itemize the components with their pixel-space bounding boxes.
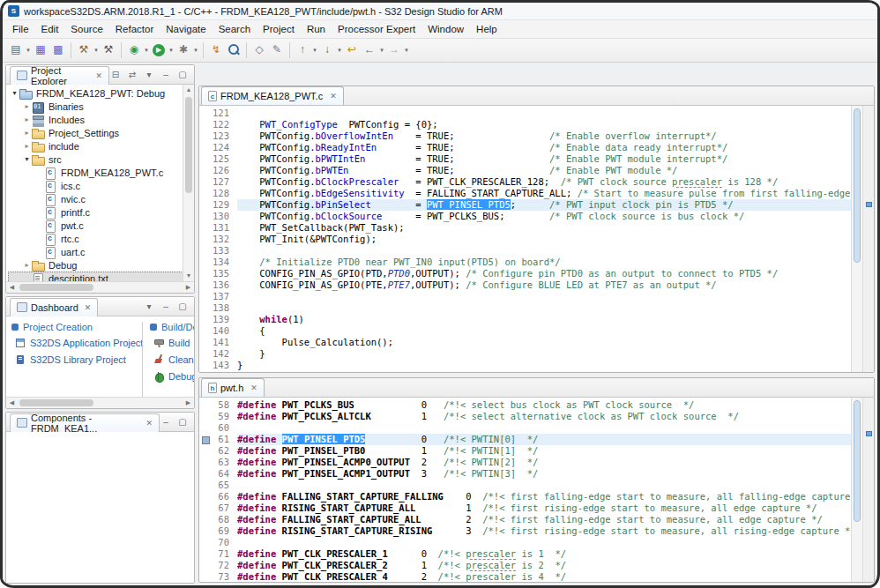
menu-item-run[interactable]: Run <box>301 22 332 36</box>
overview-ruler[interactable] <box>862 106 874 372</box>
maximize-icon[interactable]: ▢ <box>176 417 189 427</box>
tree-item-project-settings[interactable]: ▸Project_Settings <box>8 126 194 139</box>
tab-project-explorer[interactable]: Project Explorer ✕ <box>10 66 109 85</box>
menu-item-project[interactable]: Project <box>257 22 301 36</box>
back-button-dropdown-icon[interactable]: ▾ <box>378 47 385 54</box>
forward-button-dropdown-icon[interactable]: ▾ <box>403 47 410 54</box>
scroll-down-icon[interactable]: ▼ <box>183 271 194 281</box>
link-with-editor-icon[interactable]: ⇄ <box>126 70 138 79</box>
tree-item-printf-c[interactable]: printf.c <box>8 205 194 219</box>
dashboard-horizontal-scrollbar[interactable]: ◀ ▶ <box>6 397 194 408</box>
tree-item-binaries[interactable]: ▸Binaries <box>8 100 194 113</box>
view-menu-icon[interactable]: ▾ <box>143 301 155 311</box>
collapse-all-icon[interactable]: ⊟ <box>109 70 122 79</box>
tree-item-debug[interactable]: ▸Debug <box>8 258 194 272</box>
mark-occurrences-icon[interactable]: ✎ <box>268 41 286 59</box>
minimize-icon[interactable]: – <box>160 301 172 311</box>
forward-icon[interactable]: → <box>385 41 403 59</box>
tree-item-include[interactable]: ▸include <box>8 139 194 153</box>
view-menu-icon[interactable]: ▾ <box>143 70 155 79</box>
menu-item-file[interactable]: File <box>6 22 35 36</box>
chevron-expanded-icon[interactable]: ▾ <box>10 89 19 97</box>
tab-pwt-h[interactable]: h pwt.h ✕ <box>201 378 265 397</box>
tree-item-includes[interactable]: ▸Includes <box>8 113 194 126</box>
menu-item-navigate[interactable]: Navigate <box>160 22 212 36</box>
scroll-right-icon[interactable]: ▶ <box>183 284 194 291</box>
chevron-collapsed-icon[interactable]: ▸ <box>22 261 32 269</box>
tab-dashboard[interactable]: Dashboard ✕ <box>10 298 98 316</box>
tree-item-nvic-c[interactable]: nvic.c <box>8 192 194 205</box>
code-area[interactable]: 121122 PWT_ConfigType PWTConfig = {0};12… <box>199 106 874 372</box>
external-tools-icon[interactable]: ✱ <box>175 41 192 59</box>
menu-item-source[interactable]: Source <box>64 22 108 36</box>
maximize-icon[interactable]: ▢ <box>176 70 189 79</box>
build-all-icon[interactable]: ⚒ <box>100 41 117 59</box>
code-area[interactable]: 58#define PWT_PCLKS_BUS 0 /*!< select bu… <box>199 398 874 582</box>
menu-item-help[interactable]: Help <box>470 22 503 36</box>
dashboard-link-build[interactable]: Build <box>153 338 190 348</box>
menu-item-window[interactable]: Window <box>421 22 470 36</box>
close-tab-icon[interactable]: ✕ <box>330 92 337 100</box>
debug-icon[interactable]: ◉ <box>125 41 143 59</box>
debug-button-dropdown-icon[interactable]: ▾ <box>143 47 150 54</box>
close-icon[interactable]: ✕ <box>145 419 153 428</box>
previous-annotation-button-dropdown-icon[interactable]: ▾ <box>311 47 318 54</box>
save-icon[interactable]: ▦ <box>32 41 49 59</box>
scroll-left-icon[interactable]: ◀ <box>6 399 18 406</box>
dashboard-link-s32ds-library-project[interactable]: S32DS Library Project <box>15 354 138 365</box>
dashboard-link-clean[interactable]: Clean <box>153 354 190 365</box>
open-element-icon[interactable]: ◇ <box>250 41 268 59</box>
tab-frdm-kea128-pwt-c[interactable]: c FRDM_KEA128_PWT.c ✕ <box>201 86 344 105</box>
editor-vertical-scrollbar[interactable] <box>851 106 862 372</box>
last-edit-location-icon[interactable]: ↩ <box>343 41 361 59</box>
tree-item-uart-c[interactable]: uart.c <box>8 245 194 258</box>
flash-programmer-icon[interactable]: ↯ <box>207 41 225 59</box>
build-icon[interactable]: ⚒ <box>75 41 93 59</box>
dashboard-link-debug[interactable]: Debug <box>153 371 190 382</box>
scroll-right-icon[interactable]: ▶ <box>183 399 194 406</box>
close-tab-icon[interactable]: ✕ <box>250 383 257 392</box>
chevron-collapsed-icon[interactable]: ▸ <box>22 142 32 150</box>
back-icon[interactable]: ← <box>361 41 378 59</box>
new-file-icon[interactable]: ▤ <box>7 41 25 59</box>
chevron-collapsed-icon[interactable]: ▸ <box>22 102 32 110</box>
scroll-left-icon[interactable]: ◀ <box>6 284 18 291</box>
tree-item-pwt-c[interactable]: pwt.c <box>8 219 194 232</box>
save-all-icon[interactable]: ▩ <box>49 41 67 59</box>
tree-item-ics-c[interactable]: ics.c <box>8 179 194 192</box>
build-button-dropdown-icon[interactable]: ▾ <box>93 47 100 54</box>
tree-item-description-txt[interactable]: description.txt <box>8 272 194 281</box>
chevron-collapsed-icon[interactable]: ▸ <box>22 129 32 137</box>
dashboard-link-s32ds-application-project[interactable]: S32DS Application Project <box>15 338 138 348</box>
tab-components[interactable]: Components - FRDM_KEA1... ✕ <box>10 413 160 432</box>
chevron-expanded-icon[interactable]: ▾ <box>22 155 32 163</box>
next-annotation-button-dropdown-icon[interactable]: ▾ <box>336 47 343 54</box>
run-icon[interactable]: ▶ <box>153 44 165 56</box>
new-file-button-dropdown-icon[interactable]: ▾ <box>25 47 32 54</box>
external-tools-button-dropdown-icon[interactable]: ▾ <box>192 47 199 54</box>
close-icon[interactable]: ✕ <box>95 71 102 80</box>
tree-item-rtc-c[interactable]: rtc.c <box>8 232 194 245</box>
annotation-ruler <box>199 314 211 325</box>
tree-item-frdm-kea128-pwt-c[interactable]: FRDM_KEA128_PWT.c <box>8 166 194 179</box>
previous-annotation-icon[interactable]: ↑ <box>294 41 311 59</box>
overview-ruler[interactable] <box>862 398 874 582</box>
next-annotation-icon[interactable]: ↓ <box>318 41 336 59</box>
menu-item-refactor[interactable]: Refactor <box>109 22 160 36</box>
tree-item-frdm-kea128-pwt-debug[interactable]: ▾FRDM_KEA128_PWT: Debug <box>8 86 194 100</box>
scroll-up-icon[interactable]: ▲ <box>183 85 194 95</box>
run-button-dropdown-icon[interactable]: ▾ <box>168 47 175 54</box>
menu-item-search[interactable]: Search <box>213 22 257 36</box>
search-icon[interactable] <box>225 41 242 59</box>
minimize-icon[interactable]: – <box>160 70 172 79</box>
project-tree-horizontal-scrollbar[interactable]: ◀ ▶ <box>6 281 194 293</box>
editor-vertical-scrollbar[interactable] <box>851 398 862 582</box>
menu-item-edit[interactable]: Edit <box>35 22 65 36</box>
chevron-collapsed-icon[interactable]: ▸ <box>22 115 32 123</box>
project-tree-vertical-scrollbar[interactable]: ▲ ▼ <box>183 85 194 281</box>
minimize-icon[interactable]: – <box>160 417 172 427</box>
maximize-icon[interactable]: ▢ <box>176 301 189 311</box>
tree-item-src[interactable]: ▾src <box>8 153 194 166</box>
close-icon[interactable]: ✕ <box>85 303 92 312</box>
menu-item-processor-expert[interactable]: Processor Expert <box>332 22 421 36</box>
